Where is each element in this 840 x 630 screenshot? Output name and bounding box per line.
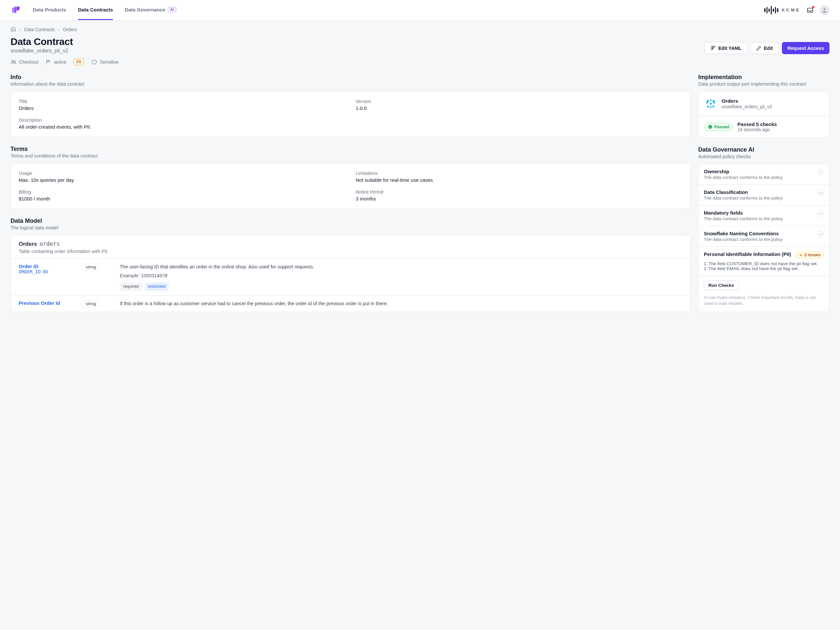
side-column: Implementation Data product output port … bbox=[698, 74, 829, 312]
chevron-right-icon: › bbox=[58, 27, 60, 32]
issues-badge: 2 issues bbox=[795, 251, 824, 259]
section-title: Implementation bbox=[698, 74, 829, 81]
field-value: 1.0.0 bbox=[356, 105, 682, 111]
field-example: Example: 1000314678 bbox=[120, 272, 682, 279]
snowflake-icon bbox=[704, 98, 717, 110]
topbar-right: ACME bbox=[764, 5, 829, 15]
meta-row: Checkout active PII Sensitive bbox=[11, 59, 829, 65]
svg-point-1 bbox=[12, 60, 13, 62]
gov-item-name: Personal Identifiable Information (PII) bbox=[704, 251, 791, 257]
check-icon bbox=[817, 210, 824, 216]
issues-count: 2 issues bbox=[805, 253, 821, 257]
section-title: Data Model bbox=[11, 218, 690, 224]
model-card: Orders orders Table containing order inf… bbox=[11, 235, 690, 312]
section-subtitle: The logical data model bbox=[11, 225, 690, 231]
field-label: Title bbox=[19, 99, 345, 104]
edit-button[interactable]: Edit bbox=[750, 42, 778, 54]
issue-text: The field EMAIL does not have the pii fl… bbox=[709, 266, 799, 271]
terms-section: Terms Terms and conditions of the data c… bbox=[11, 146, 690, 209]
team-meta[interactable]: Checkout bbox=[11, 59, 38, 65]
sensitivity-meta: Sensitive bbox=[91, 59, 118, 65]
check-icon bbox=[817, 169, 824, 175]
nav-tab-data-products[interactable]: Data Products bbox=[33, 0, 66, 20]
field-label: Billing bbox=[19, 189, 345, 194]
governance-section: Data Governance AI Automated policy chec… bbox=[698, 146, 829, 312]
home-icon[interactable] bbox=[11, 26, 16, 33]
model-name: Orders bbox=[19, 241, 37, 248]
field-label: Limitations bbox=[356, 171, 682, 176]
field-tech-name: ORDER_ID bbox=[19, 269, 41, 274]
field-value: All order-created events, with PII. bbox=[19, 124, 682, 129]
gov-item-ownership[interactable]: Ownership The data contract conforms to … bbox=[699, 164, 829, 185]
implementation-section: Implementation Data product output port … bbox=[698, 74, 829, 138]
field-label: Notice Period bbox=[356, 189, 682, 194]
nav-tabs: Data Products Data Contracts Data Govern… bbox=[33, 0, 176, 20]
implementation-card: Orders snowflake_orders_pii_v2 Passed Pa… bbox=[698, 91, 829, 138]
notification-dot bbox=[812, 6, 815, 8]
terms-card: Usage Max. 10x queries per day Limitatio… bbox=[11, 163, 690, 209]
breadcrumb-link-orders[interactable]: Orders bbox=[63, 27, 77, 32]
org-logo[interactable]: ACME bbox=[764, 6, 801, 14]
status-label: active bbox=[54, 59, 66, 65]
field-value: Not suitable for real-time use cases bbox=[356, 177, 682, 183]
field-friendly-name[interactable]: Previous Order Id bbox=[19, 300, 78, 306]
field-label: Description bbox=[19, 117, 682, 123]
gov-item-name: Ownership bbox=[704, 169, 813, 174]
nav-tab-label: Data Contracts bbox=[78, 7, 113, 13]
main-column: Info Information about the data contract… bbox=[11, 74, 690, 321]
model-field-row: Previous Order Id string If this order i… bbox=[11, 295, 690, 312]
gov-item-name: Mandatory fields bbox=[704, 210, 813, 216]
gov-item-desc: The data contract conforms to the policy bbox=[704, 196, 813, 201]
svg-rect-3 bbox=[43, 270, 47, 273]
button-label: Edit YAML bbox=[718, 46, 742, 51]
button-label: Run Checks bbox=[709, 283, 734, 288]
implementation-link[interactable]: Orders snowflake_orders_pii_v2 bbox=[699, 92, 829, 116]
gov-item-mandatory[interactable]: Mandatory fields The data contract confo… bbox=[699, 205, 829, 226]
passed-badge: Passed bbox=[704, 123, 733, 131]
edit-yaml-button[interactable]: Edit YAML bbox=[704, 42, 747, 54]
topbar: Data Products Data Contracts Data Govern… bbox=[0, 0, 840, 21]
gov-item-pii[interactable]: Personal Identifiable Information (PII) … bbox=[699, 246, 829, 276]
inbox-icon[interactable] bbox=[807, 7, 814, 13]
implementation-status: Passed Passed 5 checks 24 seconds ago bbox=[699, 116, 829, 137]
field-value: Orders bbox=[19, 105, 345, 111]
chevron-right-icon: › bbox=[19, 27, 21, 32]
org-logo-icon bbox=[764, 6, 778, 14]
gov-item-desc: The data contract conforms to the policy bbox=[704, 237, 813, 242]
breadcrumb-link-contracts[interactable]: Data Contracts bbox=[24, 27, 55, 32]
svg-point-0 bbox=[824, 8, 826, 10]
check-icon bbox=[817, 189, 824, 196]
button-label: Request Access bbox=[788, 46, 824, 51]
status-time: 24 seconds ago bbox=[737, 127, 777, 132]
type-chip: string bbox=[82, 300, 99, 307]
model-tech-name: orders bbox=[40, 240, 60, 247]
model-field-row: Order ID ORDER_ID string The user-facing… bbox=[11, 259, 690, 295]
field-description: If this order is a follow up as customer… bbox=[120, 300, 682, 307]
section-subtitle: Automated policy checks bbox=[698, 154, 829, 159]
model-desc: Table containing order information with … bbox=[19, 249, 682, 254]
data-model-section: Data Model The logical data model Orders… bbox=[11, 218, 690, 312]
field-label: Version bbox=[356, 99, 682, 104]
section-subtitle: Information about the data contract bbox=[11, 81, 690, 87]
field-friendly-name[interactable]: Order ID bbox=[19, 264, 78, 269]
request-access-button[interactable]: Request Access bbox=[782, 42, 830, 54]
nav-tab-data-governance[interactable]: Data Governance AI bbox=[125, 0, 176, 20]
section-subtitle: Terms and conditions of the data contrac… bbox=[11, 153, 690, 158]
gov-item-desc: The data contract conforms to the policy bbox=[704, 175, 813, 180]
type-chip: string bbox=[82, 264, 99, 270]
run-checks-button[interactable]: Run Checks bbox=[704, 281, 739, 290]
avatar[interactable] bbox=[819, 5, 829, 15]
svg-point-2 bbox=[14, 61, 16, 62]
gov-item-classification[interactable]: Data Classification The data contract co… bbox=[699, 185, 829, 205]
gov-item-naming[interactable]: Snowflake Naming Conventions The data co… bbox=[699, 226, 829, 246]
app-logo[interactable] bbox=[11, 5, 21, 16]
field-value: $1000 / month bbox=[19, 196, 345, 202]
ai-disclaimer: AI can make mistakes. Check important re… bbox=[699, 295, 829, 312]
field-value: Max. 10x queries per day bbox=[19, 177, 345, 183]
field-description: The user-facing ID that identifies an or… bbox=[120, 264, 682, 270]
issue-list: 1.The field CUSTOMER_ID does not have th… bbox=[704, 261, 824, 271]
nav-tab-data-contracts[interactable]: Data Contracts bbox=[78, 0, 113, 20]
page-header: Data Contract snowflake_orders_pii_v2 Ed… bbox=[11, 36, 829, 54]
nav-tab-label: Data Governance bbox=[125, 7, 165, 13]
breadcrumb: › Data Contracts › Orders bbox=[11, 26, 829, 33]
